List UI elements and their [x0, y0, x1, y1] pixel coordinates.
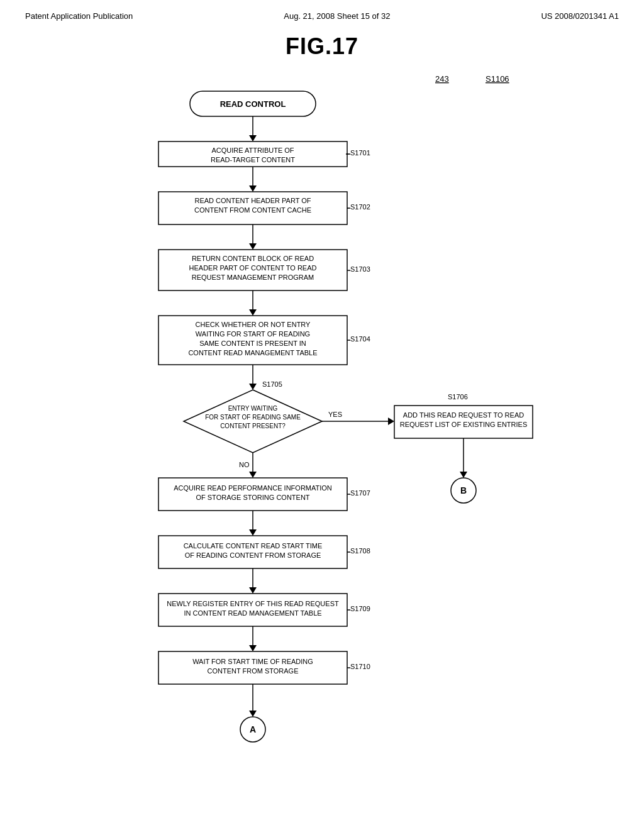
s1701-label: S1701	[350, 149, 370, 157]
s1701-text-2: READ-TARGET CONTENT	[211, 156, 295, 163]
arrowhead-4	[249, 309, 257, 316]
arrowhead-5	[249, 384, 257, 390]
s1702-text-1: READ CONTENT HEADER PART OF	[195, 197, 311, 204]
flowchart-svg: 243 S1106 READ CONTROL ACQUIRE ATTRIBUTE…	[77, 66, 567, 821]
s1709-text-1: NEWLY REGISTER ENTRY OF THIS READ REQUES…	[167, 600, 339, 607]
s1704-text-1: CHECK WHETHER OR NOT ENTRY	[196, 321, 311, 328]
s1707-text-2: OF STORAGE STORING CONTENT	[196, 494, 309, 501]
arrowhead-no	[249, 472, 257, 478]
fig-title: FIG.17	[0, 33, 644, 60]
s1709-label: S1709	[350, 605, 370, 612]
s1710-text-1: WAIT FOR START TIME OF READING	[192, 658, 313, 665]
header-middle: Aug. 21, 2008 Sheet 15 of 32	[284, 11, 390, 21]
s1705-text-1: ENTRY WAITING	[228, 405, 278, 412]
s1702-label: S1702	[350, 203, 370, 211]
arrowhead-6	[249, 529, 257, 536]
s1710-text-2: CONTENT FROM STORAGE	[207, 667, 298, 675]
s1705-label: S1705	[262, 380, 282, 388]
arrowhead-yes	[388, 418, 394, 425]
s1704-text-3: SAME CONTENT IS PRESENT IN	[199, 340, 306, 347]
diagram-container: 243 S1106 READ CONTROL ACQUIRE ATTRIBUTE…	[0, 66, 644, 821]
s1704-label: S1704	[350, 335, 370, 343]
s1709-text-2: IN CONTENT READ MANAGEMENT TABLE	[184, 609, 321, 617]
s1703-text-3: REQUEST MANAGEMENT PROGRAM	[192, 274, 314, 281]
arrowhead-9	[249, 711, 257, 717]
s1708-text-2: OF READING CONTENT FROM STORAGE	[185, 551, 321, 559]
s1706-label: S1706	[448, 393, 468, 401]
s1704-text-2: WAITING FOR START OF READING	[196, 330, 310, 338]
s1706-text-2: REQUEST LIST OF EXISTING ENTRIES	[400, 421, 528, 428]
arrowhead-1	[249, 135, 257, 141]
s1706-text-1: ADD THIS READ REQUEST TO READ	[403, 411, 524, 419]
circle-b-label: B	[460, 485, 467, 495]
s1703-label: S1703	[350, 265, 370, 273]
page-header: Patent Application Publication Aug. 21, …	[0, 0, 644, 21]
s1708-text-1: CALCULATE CONTENT READ START TIME	[184, 542, 323, 550]
s1705-text-3: CONTENT PRESENT?	[220, 423, 286, 429]
arrowhead-2	[249, 185, 257, 192]
s1707-text-1: ACQUIRE READ PERFORMANCE INFORMATION	[174, 484, 332, 492]
arrowhead-7	[249, 587, 257, 594]
circle-a-label: A	[250, 724, 256, 734]
ref-S1106: S1106	[486, 74, 509, 84]
s1702-text-2: CONTENT FROM CONTENT CACHE	[194, 206, 311, 214]
header-left: Patent Application Publication	[25, 11, 133, 21]
s1705-text-2: FOR START OF READING SAME	[205, 414, 301, 421]
arrowhead-3	[249, 243, 257, 250]
s1703-text-2: HEADER PART OF CONTENT TO READ	[189, 264, 317, 272]
yes-label: YES	[328, 411, 342, 418]
ref-243: 243	[435, 74, 449, 84]
s1708-label: S1708	[350, 547, 370, 555]
arrowhead-8	[249, 645, 257, 651]
s1704-text-4: CONTENT READ MANAGEMENT TABLE	[188, 349, 317, 357]
s1701-text-1: ACQUIRE ATTRIBUTE OF	[211, 147, 294, 154]
start-label: READ CONTROL	[220, 99, 286, 109]
s1705-diamond	[184, 390, 322, 453]
s1707-label: S1707	[350, 489, 370, 497]
arrowhead-b	[460, 472, 467, 478]
s1710-label: S1710	[350, 663, 370, 670]
header-right: US 2008/0201341 A1	[541, 11, 619, 21]
s1703-text-1: RETURN CONTENT BLOCK OF READ	[192, 255, 314, 262]
no-label: NO	[239, 461, 250, 468]
